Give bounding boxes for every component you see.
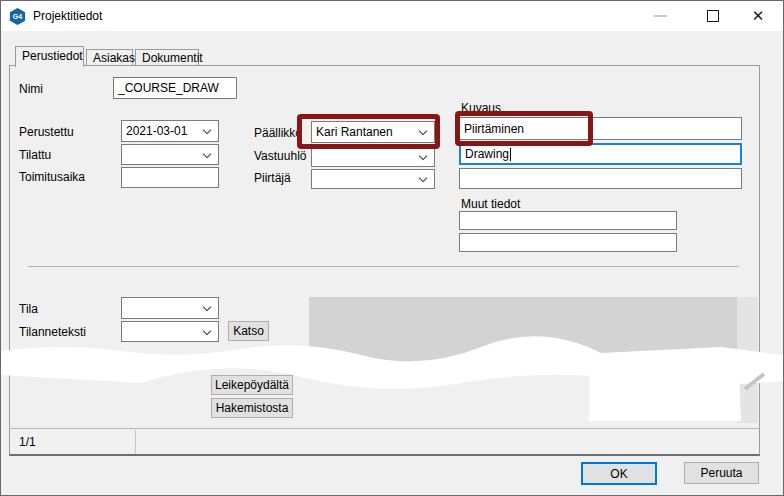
tilattu-combobox[interactable] [121,144,219,165]
chevron-down-icon [202,152,212,158]
vastuuhlo-label: Vastuuhlö [254,149,306,163]
tila-combobox[interactable] [121,297,219,319]
muut-tiedot-field-1[interactable] [459,211,677,230]
katso-button[interactable]: Katso [228,321,269,341]
close-button[interactable]: ✕ [749,7,767,25]
chevron-down-icon [202,306,212,312]
chevron-down-icon [418,155,428,161]
vastuuhlo-combobox[interactable] [311,147,435,167]
tab-asiakas[interactable]: Asiakas [86,49,133,66]
chevron-down-icon [202,329,212,335]
toimitusaika-label: Toimitusaika [19,170,85,184]
kuvaus-field-3[interactable] [459,168,742,189]
perustettu-value: 2021-03-01 [126,124,187,138]
perustettu-combobox[interactable]: 2021-03-01 [121,120,219,142]
status-page-indicator: 1/1 [9,430,136,454]
chevron-down-icon [418,177,428,183]
muut-tiedot-field-2[interactable] [459,233,677,252]
muut-tiedot-label: Muut tiedot [461,197,520,211]
tilattu-label: Tilattu [19,148,51,162]
app-icon: G4 [9,8,26,25]
close-icon: ✕ [752,7,765,25]
kuvaus-field-2[interactable]: Drawing [459,143,742,165]
maximize-button[interactable] [704,7,722,25]
ok-button[interactable]: OK [581,462,657,485]
minimize-icon [654,15,667,17]
kuvaus-field-2-value: Drawing [465,147,509,161]
maximize-icon [707,10,719,22]
status-bar: 1/1 [9,428,760,454]
piirtaja-label: Piirtäjä [254,171,291,185]
paallikko-label: Päällikkö [254,126,302,140]
paallikko-combobox[interactable]: Kari Rantanen [311,121,435,143]
piirtaja-combobox[interactable] [311,169,435,189]
tab-perustiedot[interactable]: Perustiedot [15,46,84,67]
perustettu-label: Perustettu [19,125,74,139]
project-info-dialog: G4 Projektitiedot ✕ Perustiedot Asiakas … [0,0,784,496]
toimitusaika-field[interactable] [121,167,219,188]
tila-label: Tila [19,302,38,316]
title-bar: G4 Projektitiedot ✕ [1,1,783,31]
tilanneteksti-combobox[interactable] [121,321,219,342]
window-title: Projektitiedot [33,9,102,23]
chevron-down-icon [418,130,428,136]
nimi-label: Nimi [19,82,43,96]
peruuta-button[interactable]: Peruuta [684,462,759,484]
text-caret [510,148,511,161]
erased-region [1,289,784,435]
kuvaus-field-1[interactable]: Piirtäminen [459,117,742,140]
app-icon-label: G4 [13,13,22,20]
chevron-down-icon [202,129,212,135]
section-separator [28,266,739,267]
paallikko-value: Kari Rantanen [316,125,393,139]
hakemistosta-button[interactable]: Hakemistosta [211,398,293,418]
minimize-button [651,7,669,25]
nimi-field[interactable]: _COURSE_DRAW [113,77,237,99]
leikepoydalta-button[interactable]: Leikepöydältä [211,375,293,395]
tab-dokumentit[interactable]: Dokumentit [135,49,199,66]
kuvaus-label: Kuvaus [461,101,501,115]
tilanneteksti-label: Tilanneteksti [19,325,86,339]
